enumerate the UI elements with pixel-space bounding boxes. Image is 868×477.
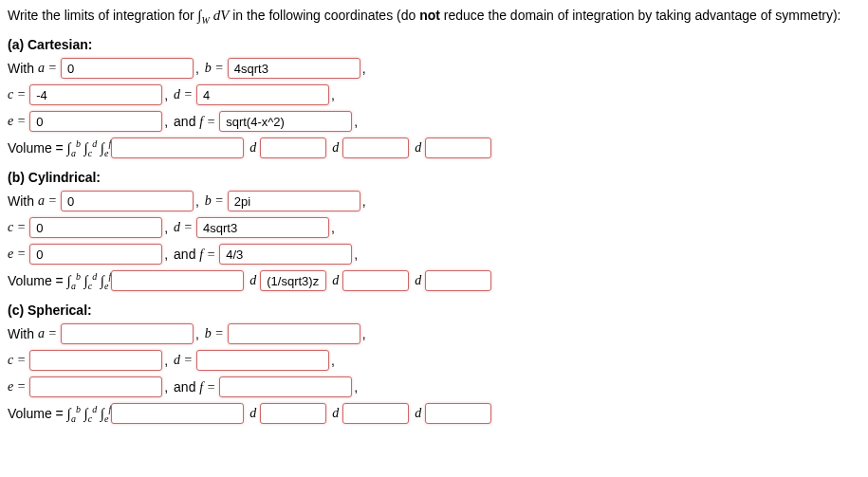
d-eq-label: d = (174, 220, 193, 235)
comma: , (195, 193, 199, 209)
part-c-input-c[interactable] (29, 350, 162, 371)
comma: , (362, 61, 366, 76)
part-c-row-volume: Volume = ∫ab ∫cd ∫ef d d d (8, 403, 860, 424)
part-b-row-ab: With a = , b = , (8, 191, 860, 211)
volume-label: Volume = (8, 273, 64, 288)
prompt-pre: Write the limits of integration for (8, 8, 197, 23)
a-eq-label: a = (38, 61, 57, 76)
e-eq-label: e = (8, 114, 26, 129)
part-a-input-b[interactable] (228, 58, 360, 79)
part-c-row-ab: With a = , b = , (8, 323, 860, 344)
part-c-input-d1[interactable] (260, 403, 326, 424)
comma: , (164, 379, 168, 394)
comma: , (164, 353, 168, 368)
d-label: d (332, 273, 339, 288)
part-b-row-volume: Volume = ∫ab ∫cd ∫ef d d d (8, 270, 860, 291)
part-b-input-integrand[interactable] (111, 270, 244, 291)
comma: , (354, 379, 358, 394)
comma: , (354, 114, 358, 129)
part-b-input-a[interactable] (61, 191, 194, 211)
part-a-input-a[interactable] (61, 58, 194, 79)
part-a-row-volume: Volume = ∫ab ∫cd ∫ef d d d (8, 138, 860, 158)
part-b-input-f[interactable] (219, 244, 352, 265)
with-label: With (8, 326, 34, 341)
part-b-input-d[interactable] (196, 217, 329, 238)
part-c-input-b[interactable] (228, 323, 360, 344)
part-c-input-e[interactable] (29, 376, 162, 397)
part-b-row-cd: c = , d = , (8, 217, 860, 238)
prompt-not: not (419, 8, 440, 23)
comma: , (362, 326, 366, 341)
with-label: With (8, 193, 34, 209)
triple-integral: ∫ab ∫cd ∫ef (67, 271, 112, 291)
comma: , (164, 247, 168, 262)
part-a-input-d[interactable] (196, 84, 329, 105)
volume-label: Volume = (8, 140, 64, 156)
part-c-row-ef: e = , and f = , (8, 376, 860, 397)
part-a-input-d3[interactable] (425, 138, 491, 158)
part-c-input-a[interactable] (61, 323, 194, 344)
a-eq-label: a = (38, 193, 57, 209)
part-b-input-d2[interactable] (342, 270, 409, 291)
part-c-input-f[interactable] (219, 376, 352, 397)
part-a-title: (a) Cartesian: (8, 37, 860, 52)
part-a-input-c[interactable] (29, 84, 162, 105)
comma: , (331, 220, 335, 235)
part-a-input-f[interactable] (219, 111, 352, 132)
part-b-input-e[interactable] (29, 244, 162, 265)
b-eq-label: b = (205, 326, 224, 341)
part-a-input-e[interactable] (29, 111, 162, 132)
part-a-row-cd: c = , d = , (8, 84, 860, 105)
b-eq-label: b = (205, 193, 224, 209)
d-label: d (249, 273, 256, 288)
a-eq-label: a = (38, 326, 57, 341)
part-b-row-ef: e = , and f = , (8, 244, 860, 265)
and-f-label: and f = (174, 247, 215, 263)
comma: , (362, 193, 366, 209)
with-label: With (8, 61, 34, 76)
triple-integral: ∫ab ∫cd ∫ef (67, 404, 112, 424)
comma: , (331, 87, 335, 102)
triple-integral: ∫ab ∫cd ∫ef (67, 138, 112, 158)
d-label: d (332, 406, 339, 421)
comma: , (164, 220, 168, 235)
and-f-label: and f = (174, 114, 215, 130)
d-label: d (415, 140, 421, 156)
part-a-input-d1[interactable] (260, 138, 326, 158)
comma: , (354, 247, 358, 262)
comma: , (195, 326, 199, 341)
comma: , (195, 61, 199, 76)
part-a-row-ab: With a = , b = , (8, 58, 860, 79)
d-label: d (332, 140, 339, 156)
prompt-post2: reduce the domain of integration by taki… (440, 8, 841, 23)
b-eq-label: b = (205, 61, 224, 76)
d-label: d (249, 140, 256, 156)
d-label: d (415, 406, 421, 421)
e-eq-label: e = (8, 379, 26, 394)
c-eq-label: c = (8, 353, 26, 368)
volume-label: Volume = (8, 406, 64, 421)
part-c-input-d3[interactable] (425, 403, 491, 424)
comma: , (164, 114, 168, 129)
part-c-title: (c) Spherical: (8, 303, 860, 318)
part-c-input-d[interactable] (196, 350, 329, 371)
part-b-title: (b) Cylindrical: (8, 170, 860, 185)
e-eq-label: e = (8, 247, 26, 262)
d-label: d (415, 273, 421, 288)
prompt-integral: ∫W dV (197, 8, 229, 23)
d-eq-label: d = (174, 353, 193, 368)
part-c-input-integrand[interactable] (111, 403, 244, 424)
part-c-row-cd: c = , d = , (8, 350, 860, 371)
part-a-row-ef: e = , and f = , (8, 111, 860, 132)
comma: , (164, 87, 168, 102)
part-a-input-integrand[interactable] (111, 138, 244, 158)
part-b-input-d1[interactable] (260, 270, 326, 291)
part-b-input-c[interactable] (29, 217, 162, 238)
c-eq-label: c = (8, 87, 26, 102)
question-prompt: Write the limits of integration for ∫W d… (8, 8, 860, 26)
part-a-input-d2[interactable] (342, 138, 409, 158)
part-c-input-d2[interactable] (342, 403, 409, 424)
part-b-input-b[interactable] (228, 191, 360, 211)
d-label: d (249, 406, 256, 421)
part-b-input-d3[interactable] (425, 270, 491, 291)
